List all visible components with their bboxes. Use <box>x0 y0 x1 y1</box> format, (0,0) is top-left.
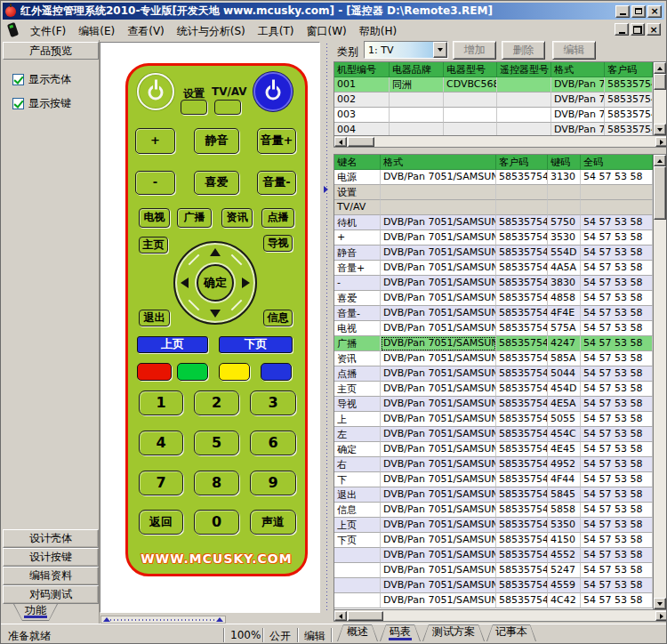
show-shell-checkbox[interactable]: 显示壳体 <box>12 72 71 87</box>
cell[interactable]: 54 57 53 58 <box>581 533 653 548</box>
remote-key-home[interactable]: 主页 <box>139 237 168 254</box>
cell[interactable]: 5055 <box>548 412 581 427</box>
cell[interactable]: 58535754 <box>496 427 548 442</box>
cell[interactable] <box>334 563 381 578</box>
cell[interactable]: 54 57 53 58 <box>581 548 653 563</box>
scroll-up-button[interactable] <box>654 62 666 74</box>
cell[interactable]: 确定 <box>334 442 381 457</box>
table-row[interactable]: 音量-DVB/Pan 7051/SAMSUNG585357544F4E54 57… <box>334 306 653 321</box>
cell[interactable]: DVB/Pan 7051/SAMSUNG <box>381 351 496 366</box>
cell[interactable]: DVB/Pan 7051/SAMSUNG <box>381 291 496 306</box>
cell[interactable]: DVB/Pan 7051/SAMSUNG <box>381 518 496 533</box>
cell[interactable]: 54 57 53 58 <box>581 412 653 427</box>
cell[interactable]: 上页 <box>334 518 381 533</box>
remote-key-digit[interactable]: 7 <box>139 471 183 495</box>
table-row[interactable]: 下DVB/Pan 7051/SAMSUNG585357544F4454 57 5… <box>334 472 653 487</box>
remote-key[interactable]: 声道 <box>250 510 296 535</box>
remote-key-digit[interactable]: 2 <box>194 390 239 415</box>
remote-key-exit[interactable]: 退出 <box>139 310 170 326</box>
cell[interactable]: 54 57 53 58 <box>581 578 653 593</box>
menu-item-4[interactable]: 工具(T) <box>252 23 301 39</box>
cell[interactable]: 58535754 <box>496 578 548 593</box>
table-row[interactable]: 下页DVB/Pan 7051/SAMSUNG58535754415054 57 … <box>334 533 653 548</box>
cell[interactable]: DVB/Pan 7051/SAMSUNG <box>381 578 496 593</box>
cell[interactable]: DVB/Pan 7051/SAMSUNG <box>381 457 496 472</box>
table-row[interactable]: -DVB/Pan 7051/SAMSUNG58535754383054 57 5… <box>334 276 653 291</box>
scroll-left-button[interactable] <box>334 611 347 621</box>
cell[interactable]: DVB/Pan 7051/SAMSUNG <box>381 487 496 503</box>
remote-key-digit[interactable]: 6 <box>250 431 296 455</box>
cell[interactable]: 电源 <box>334 170 381 185</box>
cell[interactable]: 58535754 <box>496 306 548 321</box>
cell[interactable]: 58535754 <box>496 170 548 185</box>
cell[interactable]: DVB/Pan 7051/SAMSUNG <box>381 593 496 608</box>
cell[interactable] <box>496 185 548 200</box>
cell[interactable] <box>381 185 496 200</box>
cell[interactable] <box>444 93 497 108</box>
mdi-minimize-button[interactable] <box>615 23 629 36</box>
table-row[interactable]: 点播DVB/Pan 7051/SAMSUNG58535754504454 57 … <box>334 366 653 382</box>
cell[interactable] <box>334 578 381 593</box>
standby-button[interactable] <box>253 72 293 111</box>
cell[interactable]: 电视 <box>334 321 381 336</box>
edit-button[interactable]: 编辑 <box>552 41 596 60</box>
table-row[interactable]: 电视DVB/Pan 7051/SAMSUNG58535754575A54 57 … <box>334 321 653 336</box>
cell[interactable]: 58535754 <box>496 487 548 503</box>
remote-key-red[interactable] <box>137 363 172 381</box>
power-button[interactable] <box>137 73 174 110</box>
arrow-left-icon[interactable] <box>181 278 189 288</box>
scroll-thumb[interactable] <box>654 74 666 90</box>
remote-key-digit[interactable]: 1 <box>139 390 183 415</box>
cell[interactable]: 54 57 53 58 <box>581 457 653 472</box>
cell[interactable]: 4247 <box>548 336 581 351</box>
cell[interactable] <box>390 93 444 108</box>
remote-key[interactable]: 音量- <box>257 171 296 195</box>
cell[interactable]: 54 57 53 58 <box>581 518 653 533</box>
cell[interactable]: 54 57 53 58 <box>581 472 653 487</box>
cell[interactable]: 3530 <box>548 230 581 246</box>
remote-key-digit[interactable]: 4 <box>139 431 183 455</box>
remote-key-green[interactable] <box>177 363 208 381</box>
cell[interactable]: 4150 <box>548 533 581 548</box>
table-row[interactable]: 待机DVB/Pan 7051/SAMSUNG58535754575054 57 … <box>334 215 653 230</box>
menu-item-5[interactable]: 窗口(W) <box>300 23 352 39</box>
cell[interactable]: 5845 <box>548 487 581 503</box>
scroll-right-button[interactable] <box>655 137 667 147</box>
cell[interactable]: 喜爱 <box>334 291 381 306</box>
cell[interactable]: 静音 <box>334 246 381 261</box>
cell[interactable]: 信息 <box>334 503 381 518</box>
cell[interactable]: 58535754 <box>496 351 548 366</box>
table-row[interactable]: 左DVB/Pan 7051/SAMSUNG58535754454C54 57 5… <box>334 427 653 442</box>
cell[interactable]: 4952 <box>548 457 581 472</box>
cell[interactable]: 54 57 53 58 <box>581 261 653 276</box>
cell[interactable]: 58535754 <box>605 93 653 108</box>
table-row[interactable]: +DVB/Pan 7051/SAMSUNG58535754353054 57 5… <box>334 230 653 246</box>
cell[interactable]: 导视 <box>334 397 381 412</box>
table-row[interactable]: DVB/Pan 7051/SAMSUNG58535754524754 57 53… <box>334 563 653 578</box>
table-row[interactable]: 资讯DVB/Pan 7051/SAMSUNG58535754585A54 57 … <box>334 351 653 366</box>
cell[interactable]: 54 57 53 58 <box>581 593 653 608</box>
cell[interactable]: TV/AV <box>334 200 381 215</box>
remote-key-ok[interactable]: 确定 <box>197 264 234 302</box>
cell[interactable]: 002 <box>334 93 390 108</box>
cell[interactable]: 58535754 <box>496 442 548 457</box>
table-row[interactable]: 静音DVB/Pan 7051/SAMSUNG58535754554D54 57 … <box>334 246 653 261</box>
remote-key-digit[interactable]: 3 <box>250 390 296 415</box>
cell[interactable]: DVB/Pan 70 <box>551 93 605 108</box>
remote-key[interactable]: 静音 <box>194 128 239 154</box>
remote-key[interactable]: 点播 <box>261 208 294 228</box>
cell[interactable]: 54 57 53 58 <box>581 366 653 382</box>
scroll-thumb[interactable] <box>348 611 383 621</box>
remote-key-page-up[interactable]: 上页 <box>137 336 208 353</box>
remote-key-digit[interactable]: 5 <box>194 431 239 455</box>
cell[interactable]: 554D <box>548 246 581 261</box>
cell[interactable] <box>444 108 497 123</box>
cell[interactable] <box>497 77 551 93</box>
cell[interactable]: DVB/Pan 7051/SAMSUNG <box>381 230 496 246</box>
scroll-thumb[interactable] <box>654 166 666 220</box>
cell[interactable]: 58535754 <box>496 503 548 518</box>
cell[interactable]: 4559 <box>548 578 581 593</box>
cell[interactable]: 454D <box>548 382 581 397</box>
remote-key[interactable]: 电视 <box>139 208 170 228</box>
remote-key[interactable]: 音量+ <box>257 128 296 154</box>
